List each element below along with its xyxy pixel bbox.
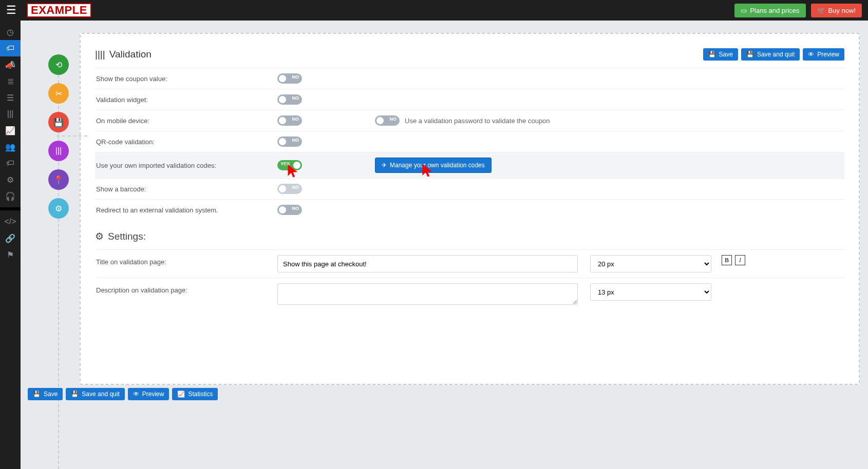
database-icon: ≣	[7, 76, 14, 86]
label-show-barcode: Show a barcode:	[95, 185, 277, 193]
toggle-no-text: NO	[292, 185, 299, 190]
list-icon: ☰	[7, 93, 14, 103]
save-icon: 💾	[33, 390, 41, 398]
logo: EXAMPLE	[27, 3, 91, 17]
eye-icon: 👁	[133, 390, 139, 398]
eye-icon: 👁	[808, 51, 814, 58]
chart-icon: 📈	[5, 126, 15, 135]
cursor-icon	[287, 163, 302, 179]
sidebar-campaigns[interactable]: 📣	[0, 56, 21, 73]
sidebar-data[interactable]: ≣	[0, 73, 21, 89]
manage-codes-label: Manage your own validation codes	[390, 162, 485, 169]
toggle-no-text: NO	[292, 74, 299, 80]
step-location[interactable]: 📍	[48, 169, 69, 190]
mobile-hint: Use a validation password to validate th…	[405, 117, 550, 125]
bottom-preview-button[interactable]: 👁Preview	[128, 388, 169, 400]
sidebar-users[interactable]: 👥	[0, 139, 21, 155]
toggle-show-barcode[interactable]: NO	[277, 184, 302, 194]
users-icon: 👥	[5, 142, 15, 152]
stage: ⟲ ✂ 💾 ||| 📍 ⚙ |||| Validation 💾Save 💾Sav…	[21, 21, 860, 469]
buy-now-button[interactable]: 🛒 Buy now!	[811, 4, 862, 17]
chart-icon: 📈	[177, 390, 185, 398]
gear-icon: ⚙	[55, 204, 62, 213]
step-rail: ⟲ ✂ 💾 ||| 📍 ⚙	[36, 41, 77, 469]
toggle-no-text: NO	[292, 138, 299, 143]
toggle-validation-password[interactable]: NO	[375, 115, 400, 126]
sidebar-stats[interactable]: 📈	[0, 122, 21, 139]
headset-icon: 🎧	[5, 191, 15, 201]
link-icon: 🔗	[5, 233, 15, 243]
step-config[interactable]: ⚙	[48, 198, 69, 219]
save-button[interactable]: 💾Save	[703, 48, 738, 61]
step-design[interactable]: ✂	[48, 83, 69, 104]
sidebar-tags[interactable]: 🏷	[0, 155, 21, 171]
save-icon: 💾	[708, 51, 716, 58]
card-icon: ▭	[741, 7, 747, 14]
step-save[interactable]: 💾	[48, 112, 69, 132]
row-own-codes: Use your own imported validation codes: …	[95, 152, 844, 178]
toggle-validation-widget[interactable]: NO	[277, 94, 302, 105]
sidebar-flag[interactable]: ⚑	[0, 246, 21, 263]
code-icon: </>	[4, 217, 16, 226]
toggle-no-text: NO	[390, 116, 397, 122]
sidebar-support[interactable]: 🎧	[0, 188, 21, 204]
gears-icon: ⚙	[95, 230, 104, 242]
save-quit-label: Save and quit	[82, 390, 119, 398]
title-input[interactable]	[277, 255, 578, 272]
toggle-qr[interactable]: NO	[277, 136, 302, 147]
panel-head: |||| Validation 💾Save 💾Save and quit 👁Pr…	[95, 48, 844, 61]
sidebar-settings[interactable]: ⚙	[0, 171, 21, 188]
row-show-barcode: Show a barcode: NO	[95, 178, 844, 199]
step-enter[interactable]: ⟲	[48, 54, 69, 75]
sidebar-link[interactable]: 🔗	[0, 230, 21, 246]
cart-icon: 🛒	[817, 7, 825, 14]
row-qr-validation: QR-code validation: NO	[95, 131, 844, 152]
bottom-save-quit-button[interactable]: 💾Save and quit	[66, 388, 124, 400]
scissors-icon: ✂	[55, 89, 62, 99]
label-description: Description on validation page:	[95, 283, 277, 294]
toggle-on-mobile[interactable]: NO	[277, 115, 302, 126]
flag-icon: ⚑	[7, 250, 14, 260]
title-size-select[interactable]: 20 px	[590, 255, 711, 272]
plans-label: Plans and prices	[750, 7, 799, 14]
panel-title: |||| Validation	[95, 49, 152, 60]
step-connector	[56, 135, 87, 136]
save-icon: 💾	[53, 118, 64, 127]
save-label: Save	[719, 51, 733, 58]
pin-icon: 📍	[53, 175, 64, 185]
row-validation-widget: Validation widget: NO	[95, 89, 844, 110]
sidebar-barcode[interactable]: |||	[0, 106, 21, 122]
toggle-no-text: NO	[292, 95, 299, 101]
barcode-icon: ||||	[95, 49, 105, 60]
sidebar-code[interactable]: </>	[0, 213, 21, 230]
toggle-redirect[interactable]: NO	[277, 205, 302, 215]
step-validation[interactable]: |||	[48, 141, 69, 161]
preview-button[interactable]: 👁Preview	[803, 48, 844, 61]
sidebar-dashboard[interactable]: ◷	[0, 24, 21, 40]
left-sidebar: ◷ 🏷 📣 ≣ ☰ ||| 📈 👥 🏷 ⚙ 🎧 </> 🔗 ⚑	[0, 21, 21, 469]
row-redirect-external: Redirect to an external validation syste…	[95, 199, 844, 220]
tag-icon: 🏷	[6, 44, 14, 53]
row-title-on-validation: Title on validation page: 20 px B I	[95, 249, 844, 278]
toggle-show-coupon[interactable]: NO	[277, 73, 302, 84]
italic-button[interactable]: I	[735, 255, 745, 265]
menu-toggle-icon[interactable]: ☰	[6, 4, 16, 17]
bottom-statistics-button[interactable]: 📈Statistics	[172, 388, 218, 400]
settings-title-text: Settings:	[108, 231, 146, 242]
enter-icon: ⟲	[55, 60, 62, 70]
sidebar-coupons[interactable]: 🏷	[0, 40, 21, 56]
bottom-actions: 💾Save 💾Save and quit 👁Preview 📈Statistic…	[28, 388, 218, 400]
tags-icon: 🏷	[6, 159, 14, 168]
label-own-codes: Use your own imported validation codes:	[95, 162, 277, 169]
gears-icon: ⚙	[7, 175, 14, 185]
description-size-select[interactable]: 13 px	[590, 283, 711, 301]
bottom-save-button[interactable]: 💾Save	[28, 388, 63, 400]
plans-button[interactable]: ▭ Plans and prices	[734, 4, 805, 17]
bold-button[interactable]: B	[722, 255, 732, 265]
row-description: Description on validation page: 13 px	[95, 278, 844, 312]
sidebar-list[interactable]: ☰	[0, 89, 21, 106]
save-quit-label: Save and quit	[757, 51, 795, 58]
gauge-icon: ◷	[7, 27, 14, 37]
description-textarea[interactable]	[277, 283, 578, 305]
save-quit-button[interactable]: 💾Save and quit	[741, 48, 800, 61]
